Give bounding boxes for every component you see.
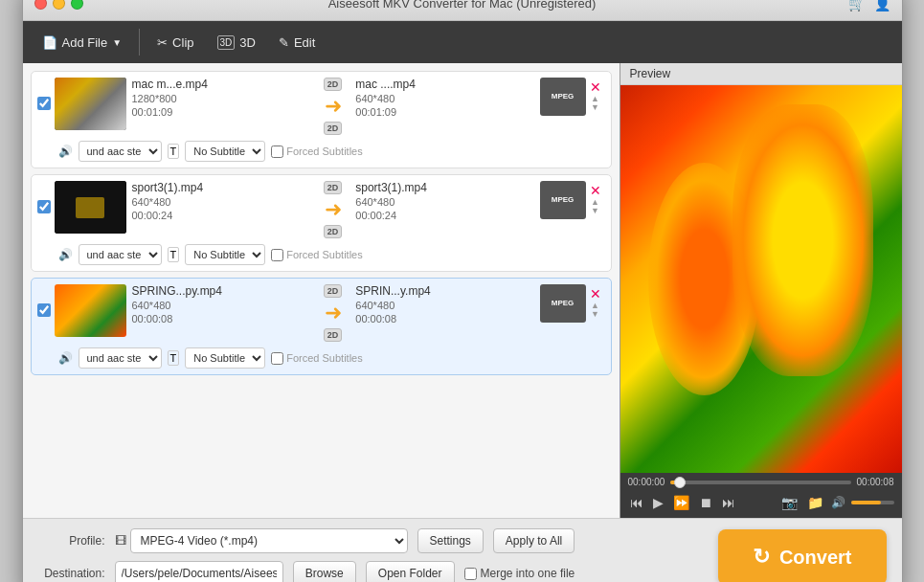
file-thumb-2 — [55, 181, 126, 234]
output-info-1: mac ....mp4 640*480 00:01:09 — [355, 78, 539, 118]
file-name-out-3: SPRIN...y.mp4 — [355, 284, 539, 298]
skip-forward-button[interactable]: ⏭ — [720, 493, 737, 512]
volume-icon: 🔊 — [831, 496, 845, 509]
expand-arrows-2[interactable]: ▲▼ — [591, 198, 599, 215]
thumb-image-1 — [55, 78, 126, 130]
forced-checkbox-1[interactable] — [271, 146, 283, 158]
apply-all-button[interactable]: Apply to All — [493, 528, 575, 553]
preview-label: Preview — [620, 63, 902, 85]
cart-icon[interactable]: 🛒 — [848, 0, 865, 11]
destination-label: Destination: — [38, 567, 105, 580]
preview-area: Preview 00:00:00 00:00:08 ⏮ ▶ — [620, 63, 902, 518]
add-file-dropdown-icon: ▼ — [112, 37, 122, 48]
file-name-out-2: sport3(1).mp4 — [355, 181, 539, 194]
output-info-2: sport3(1).mp4 640*480 00:00:24 — [355, 181, 539, 221]
destination-input[interactable] — [115, 561, 283, 582]
merge-checkbox[interactable] — [464, 568, 477, 580]
file-checkbox-2[interactable] — [37, 200, 51, 213]
snapshot-button[interactable]: 📷 — [779, 493, 800, 512]
expand-arrows-3[interactable]: ▲▼ — [591, 302, 599, 319]
progress-thumb — [674, 477, 686, 488]
title-icons: 🛒 👤 — [848, 0, 890, 11]
file-list: mac m...e.mp4 1280*800 00:01:09 2D ➜ 2D … — [23, 63, 620, 518]
volume-fill — [851, 501, 882, 504]
item-controls-2: 🔊 und aac ste T No Subtitle Forced Subti… — [58, 244, 605, 265]
arrow-area-3: 2D ➜ 2D — [316, 284, 350, 342]
file-item-top: mac m...e.mp4 1280*800 00:01:09 2D ➜ 2D … — [37, 78, 605, 135]
arrow-icon-1: ➜ — [325, 94, 342, 119]
progress-track[interactable] — [670, 481, 850, 484]
file-checkbox-1[interactable] — [37, 97, 51, 110]
preview-controls-bar: 00:00:00 00:00:08 ⏮ ▶ ⏩ ⏹ ⏭ — [620, 473, 902, 518]
file-item-2: sport3(1).mp4 640*480 00:00:24 2D ➜ 2D s… — [31, 174, 612, 272]
time-start: 00:00:00 — [628, 477, 665, 487]
remove-file-1[interactable]: ✕ — [586, 79, 605, 95]
maximize-button[interactable] — [71, 0, 83, 10]
audio-select-1[interactable]: und aac ste — [79, 141, 162, 162]
profile-select[interactable]: MPEG-4 Video (*.mp4) — [130, 528, 408, 553]
forced-checkbox-2[interactable] — [271, 249, 283, 261]
volume-bar[interactable] — [851, 501, 894, 504]
file-res-out-1: 640*480 — [355, 93, 539, 104]
subtitle-select-3[interactable]: No Subtitle — [185, 347, 265, 369]
convert-icon: ↻ — [753, 545, 770, 570]
open-folder-button[interactable]: Open Folder — [366, 561, 455, 582]
audio-select-3[interactable]: und aac ste — [79, 347, 162, 369]
format-icon-2: MPEG — [540, 181, 586, 219]
file-checkbox-3[interactable] — [37, 303, 51, 317]
settings-button[interactable]: Settings — [417, 528, 484, 553]
close-button[interactable] — [34, 0, 47, 10]
folder-open-button[interactable]: 📁 — [805, 493, 825, 512]
badge-2d-src-3: 2D — [324, 284, 343, 298]
minimize-button[interactable] — [53, 0, 65, 10]
playback-controls: ⏮ ▶ ⏩ ⏹ ⏭ — [628, 493, 737, 512]
item-side-3: ✕ ▲▼ — [586, 284, 605, 321]
file-res-out-3: 640*480 — [355, 300, 539, 311]
preview-video[interactable] — [620, 85, 902, 473]
3d-button[interactable]: 3D 3D — [208, 31, 265, 55]
title-bar: Aiseesoft MKV Converter for Mac (Unregis… — [23, 0, 902, 21]
toolbar: 📄 Add File ▼ ✂ Clip 3D 3D ✎ Edit — [23, 21, 902, 63]
play-button[interactable]: ▶ — [651, 493, 665, 512]
arrow-icon-2: ➜ — [325, 197, 342, 222]
edit-icon: ✎ — [279, 35, 289, 50]
forced-label-3: Forced Subtitles — [271, 352, 362, 365]
user-icon[interactable]: 👤 — [874, 0, 890, 11]
subtitle-select-1[interactable]: No Subtitle — [185, 141, 265, 162]
expand-arrows-1[interactable]: ▲▼ — [591, 95, 599, 112]
audio-select-2[interactable]: und aac ste — [79, 244, 162, 265]
add-file-button[interactable]: 📄 Add File ▼ — [33, 31, 132, 55]
file-dur-out-3: 00:00:08 — [355, 313, 539, 325]
file-info-1: mac m...e.mp4 1280*800 00:01:09 — [132, 78, 316, 118]
fast-forward-button[interactable]: ⏩ — [671, 493, 691, 512]
badge-2d-src-2: 2D — [324, 181, 343, 194]
arrow-area-1: 2D ➜ 2D — [316, 78, 350, 135]
time-end: 00:00:08 — [857, 477, 894, 487]
forced-checkbox-3[interactable] — [271, 352, 283, 365]
file-name-out-1: mac ....mp4 — [355, 78, 539, 91]
stop-button[interactable]: ⏹ — [697, 493, 714, 512]
skip-back-button[interactable]: ⏮ — [628, 493, 645, 512]
file-item-top-2: sport3(1).mp4 640*480 00:00:24 2D ➜ 2D s… — [37, 181, 605, 238]
profile-row: Profile: 🎞 MPEG-4 Video (*.mp4) Settings… — [38, 528, 575, 553]
merge-label: Merge into one file — [464, 567, 575, 580]
subtitle-select-2[interactable]: No Subtitle — [185, 244, 265, 265]
remove-file-2[interactable]: ✕ — [586, 183, 605, 198]
file-item-top-3: SPRING...py.mp4 640*480 00:00:08 2D ➜ 2D… — [37, 284, 605, 342]
window-title: Aiseesoft MKV Converter for Mac (Unregis… — [328, 0, 597, 11]
remove-file-3[interactable]: ✕ — [586, 286, 605, 302]
destination-row: Destination: Browse Open Folder Merge in… — [38, 561, 575, 582]
convert-button[interactable]: ↻ Convert — [718, 529, 887, 582]
preview-thumbnail — [620, 85, 902, 473]
forced-label-2: Forced Subtitles — [271, 249, 362, 261]
item-controls-3: 🔊 und aac ste T No Subtitle Forced Subti… — [58, 347, 605, 369]
browse-button[interactable]: Browse — [293, 561, 356, 582]
badge-2d-out-2: 2D — [324, 225, 343, 238]
clip-button[interactable]: ✂ Clip — [147, 31, 203, 55]
file-dur-out-1: 00:01:09 — [355, 106, 539, 118]
file-name-src-3: SPRING...py.mp4 — [132, 284, 316, 298]
badge-2d-out-3: 2D — [324, 328, 343, 342]
format-icon-1: MPEG — [540, 78, 586, 116]
edit-button[interactable]: ✎ Edit — [269, 31, 325, 55]
file-res-src-3: 640*480 — [132, 300, 316, 311]
